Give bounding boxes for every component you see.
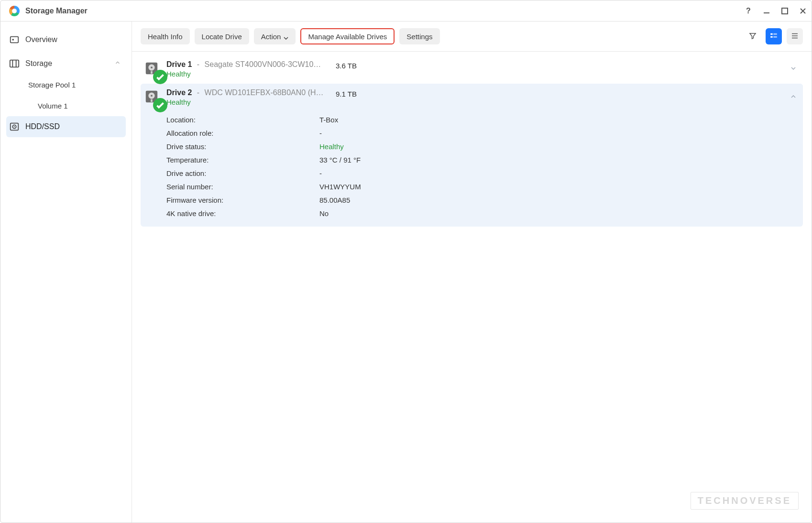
sidebar-item-label: Storage Pool 1 [28, 81, 76, 89]
sidebar-item-storage[interactable]: Storage [6, 53, 126, 74]
svg-rect-14 [151, 71, 153, 74]
settings-button[interactable]: Settings [399, 28, 439, 44]
drive-header[interactable]: Drive 2 - WDC WD101EFBX-68B0AN0 (H… Heal… [141, 84, 803, 112]
titlebar: Storage Manager ? [0, 0, 812, 22]
detail-label: Temperature: [166, 156, 319, 164]
minimize-icon[interactable] [763, 7, 770, 15]
drive-capacity: 3.6 TB [336, 62, 357, 70]
detail-label: 4K native drive: [166, 209, 319, 218]
detail-value: 85.00A85 [319, 196, 350, 204]
detail-value: Healthy [319, 142, 344, 151]
status-ok-icon [153, 70, 161, 77]
drive-name: Drive 2 [166, 88, 192, 97]
detail-label: Allocation role: [166, 129, 319, 137]
detail-row-action: Drive action: - [166, 166, 797, 180]
health-info-button[interactable]: Health Info [141, 28, 190, 44]
drive-health: Healthy [166, 70, 324, 78]
button-label: Settings [406, 33, 432, 41]
svg-rect-19 [151, 99, 153, 102]
svg-point-2 [12, 39, 14, 41]
drive-capacity: 9.1 TB [336, 90, 357, 98]
sidebar-item-label: Overview [25, 35, 57, 44]
detail-value: - [319, 129, 322, 137]
close-icon[interactable] [799, 7, 807, 15]
svg-rect-1 [11, 37, 19, 43]
detail-row-temperature: Temperature: 33 °C / 91 °F [166, 153, 797, 166]
svg-point-18 [151, 95, 153, 97]
drive-icon [144, 61, 159, 76]
content: Health Info Locate Drive Action Manage A… [132, 22, 812, 523]
svg-point-13 [151, 66, 153, 68]
toolbar: Health Info Locate Drive Action Manage A… [132, 22, 812, 52]
view-compact-button[interactable] [787, 28, 803, 44]
watermark: TECHNOVERSE [691, 492, 799, 510]
status-ok-icon [153, 98, 161, 106]
svg-rect-7 [770, 33, 773, 34]
drive-name: Drive 1 [166, 60, 192, 68]
detail-label: Serial number: [166, 183, 319, 191]
detail-value: T-Box [319, 116, 338, 124]
button-label: Health Info [148, 33, 183, 41]
drive-list: Drive 1 - Seagate ST4000VN006-3CW10… Hea… [132, 52, 812, 322]
sidebar-item-overview[interactable]: Overview [6, 29, 126, 50]
sidebar-item-storage-pool[interactable]: Storage Pool 1 [6, 74, 126, 95]
detail-row-status: Drive status: Healthy [166, 140, 797, 153]
sidebar-item-hdd-ssd[interactable]: HDD/SSD [6, 116, 126, 137]
chevron-down-icon [790, 65, 797, 74]
drive-card: Drive 2 - WDC WD101EFBX-68B0AN0 (H… Heal… [141, 84, 803, 227]
caret-down-icon [284, 34, 288, 39]
svg-rect-0 [782, 8, 788, 14]
detail-row-location: Location: T-Box [166, 113, 797, 126]
list-detail-icon [769, 32, 778, 42]
chevron-up-icon [790, 93, 797, 102]
svg-rect-10 [773, 36, 777, 37]
locate-drive-button[interactable]: Locate Drive [195, 28, 249, 44]
sidebar-item-label: Volume 1 [38, 102, 68, 110]
svg-rect-8 [773, 33, 777, 34]
help-icon[interactable]: ? [745, 7, 752, 15]
svg-rect-3 [10, 60, 19, 67]
button-label: Action [261, 33, 281, 41]
drive-card: Drive 1 - Seagate ST4000VN006-3CW10… Hea… [141, 55, 803, 84]
manage-available-drives-button[interactable]: Manage Available Drives [300, 28, 395, 44]
chevron-up-icon [114, 59, 121, 68]
detail-label: Firmware version: [166, 196, 319, 204]
button-label: Locate Drive [202, 33, 242, 41]
detail-row-allocation: Allocation role: - [166, 126, 797, 140]
maximize-icon[interactable] [781, 7, 789, 15]
detail-value: VH1WYYUM [319, 183, 361, 191]
overview-icon [9, 34, 20, 45]
detail-row-serial: Serial number: VH1WYYUM [166, 180, 797, 193]
detail-row-firmware: Firmware version: 85.00A85 [166, 193, 797, 207]
window-title: Storage Manager [25, 7, 88, 15]
filter-button[interactable] [745, 28, 761, 44]
sidebar: Overview Storage Storage Pool 1 Volume 1 [0, 22, 132, 523]
app-icon [9, 6, 20, 16]
detail-label: Drive status: [166, 142, 319, 151]
detail-value: 33 °C / 91 °F [319, 156, 361, 164]
action-dropdown-button[interactable]: Action [254, 28, 296, 44]
view-detailed-button[interactable] [766, 28, 782, 44]
detail-label: Drive action: [166, 169, 319, 177]
detail-value: No [319, 209, 329, 218]
detail-value: - [319, 169, 322, 177]
sidebar-item-volume[interactable]: Volume 1 [6, 95, 126, 116]
storage-icon [9, 58, 20, 69]
button-label: Manage Available Drives [308, 33, 387, 41]
drive-model: WDC WD101EFBX-68B0AN0 (H… [205, 88, 324, 97]
sidebar-item-label: Storage [25, 59, 52, 68]
hdd-icon [9, 121, 20, 132]
drive-model: Seagate ST4000VN006-3CW10… [205, 60, 321, 68]
drive-health: Healthy [166, 98, 324, 106]
drive-header[interactable]: Drive 1 - Seagate ST4000VN006-3CW10… Hea… [141, 55, 803, 84]
svg-point-6 [14, 126, 15, 127]
sidebar-item-label: HDD/SSD [25, 122, 60, 131]
detail-row-4k-native: 4K native drive: No [166, 207, 797, 220]
detail-label: Location: [166, 116, 319, 124]
svg-rect-9 [770, 36, 773, 37]
drive-details: Location: T-Box Allocation role: - Drive… [141, 112, 803, 227]
list-compact-icon [790, 32, 799, 42]
drive-icon [144, 89, 159, 104]
filter-icon [748, 32, 757, 42]
